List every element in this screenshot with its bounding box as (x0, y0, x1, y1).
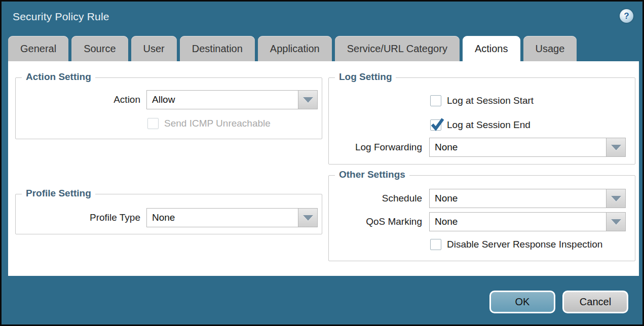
schedule-dropdown-value: None (429, 189, 607, 208)
tab-general[interactable]: General (8, 36, 68, 61)
other-settings-group: Other Settings Schedule None QoS Marking… (328, 175, 635, 261)
schedule-label: Schedule (382, 189, 422, 208)
log-forwarding-label: Log Forwarding (355, 138, 422, 157)
send-icmp-unreachable-checkbox: Send ICMP Unreachable (147, 118, 271, 129)
action-dropdown[interactable]: Allow (146, 90, 318, 109)
log-forwarding-dropdown-value: None (429, 138, 607, 157)
profile-setting-legend: Profile Setting (22, 188, 95, 199)
ok-button[interactable]: OK (489, 291, 555, 313)
chevron-down-icon[interactable] (298, 208, 318, 227)
chevron-down-icon[interactable] (607, 138, 626, 157)
checkbox-box[interactable] (430, 95, 441, 106)
qos-marking-label: QoS Marking (366, 212, 422, 231)
log-at-session-start-label: Log at Session Start (447, 95, 534, 106)
qos-marking-dropdown-value: None (429, 212, 607, 231)
log-at-session-start-checkbox[interactable]: Log at Session Start (430, 95, 534, 106)
security-policy-rule-dialog: Security Policy Rule ? General Source Us… (0, 0, 644, 326)
dialog-title: Security Policy Rule (13, 11, 109, 23)
profile-type-dropdown-value: None (146, 208, 298, 227)
tab-bar: General Source User Destination Applicat… (8, 36, 577, 61)
tab-usage[interactable]: Usage (523, 36, 577, 61)
tab-destination[interactable]: Destination (180, 36, 255, 61)
titlebar: Security Policy Rule ? (2, 2, 642, 34)
tab-actions[interactable]: Actions (463, 36, 520, 61)
chevron-down-icon[interactable] (298, 90, 318, 109)
action-setting-legend: Action Setting (22, 71, 95, 83)
action-dropdown-value: Allow (146, 90, 298, 109)
tab-source[interactable]: Source (71, 36, 128, 61)
checkbox-box[interactable] (430, 239, 441, 250)
action-setting-group: Action Setting Action Allow Send ICMP Un… (15, 77, 322, 139)
tab-service-url-category[interactable]: Service/URL Category (335, 36, 460, 61)
profile-type-dropdown[interactable]: None (146, 208, 318, 227)
tab-application[interactable]: Application (258, 36, 332, 61)
profile-type-label: Profile Type (90, 208, 140, 227)
tab-user[interactable]: User (131, 36, 177, 61)
profile-setting-group: Profile Setting Profile Type None (15, 194, 322, 234)
send-icmp-unreachable-label: Send ICMP Unreachable (164, 118, 271, 129)
content-panel: Action Setting Action Allow Send ICMP Un… (8, 61, 639, 276)
log-at-session-end-checkbox[interactable]: Log at Session End (430, 119, 531, 131)
help-icon[interactable]: ? (620, 9, 633, 23)
log-setting-legend: Log Setting (335, 71, 396, 83)
chevron-down-icon[interactable] (607, 212, 626, 231)
other-settings-legend: Other Settings (335, 169, 409, 180)
log-setting-group: Log Setting Log at Session Start Log at … (328, 77, 635, 165)
schedule-dropdown[interactable]: None (429, 189, 626, 208)
disable-server-response-inspection-label: Disable Server Response Inspection (447, 239, 602, 250)
cancel-button[interactable]: Cancel (562, 291, 628, 313)
log-at-session-end-label: Log at Session End (447, 119, 531, 131)
checkbox-box (147, 118, 159, 129)
chevron-down-icon[interactable] (607, 189, 626, 208)
checkbox-box[interactable] (430, 119, 441, 131)
log-forwarding-dropdown[interactable]: None (429, 138, 626, 157)
check-icon (430, 117, 444, 131)
qos-marking-dropdown[interactable]: None (429, 212, 626, 231)
disable-server-response-inspection-checkbox[interactable]: Disable Server Response Inspection (430, 239, 602, 250)
action-label: Action (113, 90, 140, 109)
